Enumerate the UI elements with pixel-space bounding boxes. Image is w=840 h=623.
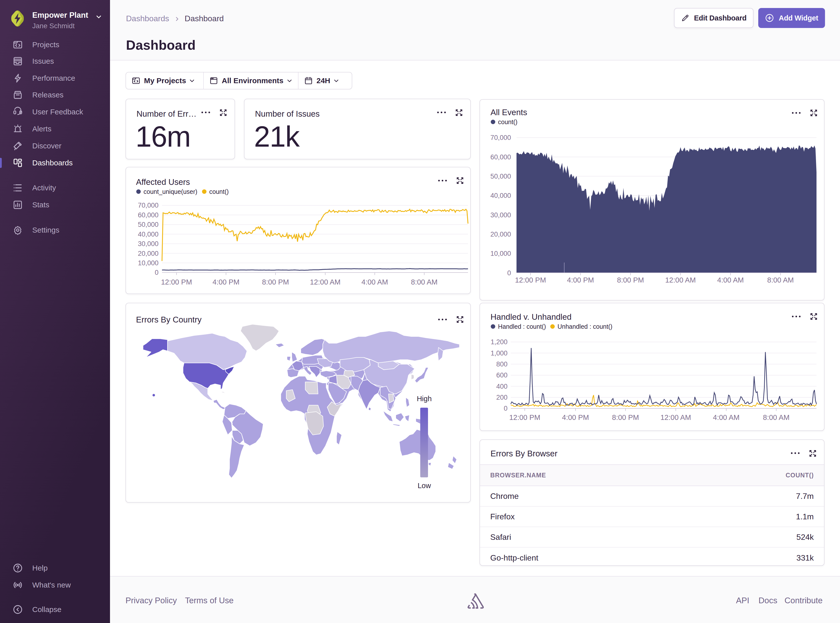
svg-text:400: 400 — [496, 383, 508, 390]
svg-text:12:00 AM: 12:00 AM — [310, 278, 341, 286]
svg-text:count(): count() — [209, 188, 229, 195]
svg-text:20,000: 20,000 — [138, 250, 158, 257]
svg-text:12:00 PM: 12:00 PM — [509, 413, 540, 421]
svg-text:20,000: 20,000 — [490, 230, 511, 238]
svg-text:0: 0 — [155, 269, 158, 276]
svg-text:12:00 PM: 12:00 PM — [515, 276, 546, 284]
svg-text:8:00 AM: 8:00 AM — [767, 276, 794, 284]
svg-text:Handled : count(): Handled : count() — [498, 323, 546, 330]
svg-text:60,000: 60,000 — [490, 153, 511, 161]
svg-text:8:00 PM: 8:00 PM — [262, 278, 289, 286]
svg-text:70,000: 70,000 — [138, 202, 158, 209]
svg-text:40,000: 40,000 — [490, 192, 511, 199]
svg-text:Affected Users: Affected Users — [136, 177, 190, 187]
svg-text:40,000: 40,000 — [138, 230, 158, 238]
svg-text:12:00 PM: 12:00 PM — [161, 278, 192, 286]
svg-text:4:00 PM: 4:00 PM — [567, 276, 594, 284]
svg-text:4:00 AM: 4:00 AM — [713, 413, 740, 421]
svg-text:High: High — [417, 395, 432, 403]
svg-text:Handled v. Unhandled: Handled v. Unhandled — [491, 312, 571, 321]
svg-text:4:00 AM: 4:00 AM — [362, 278, 388, 286]
svg-text:12:00 AM: 12:00 AM — [665, 276, 696, 284]
svg-text:Low: Low — [417, 482, 431, 490]
svg-text:8:00 AM: 8:00 AM — [411, 278, 437, 286]
svg-text:4:00 AM: 4:00 AM — [717, 276, 744, 284]
svg-text:1,000: 1,000 — [491, 350, 508, 357]
svg-text:All Events: All Events — [491, 107, 527, 117]
svg-text:1,200: 1,200 — [491, 338, 508, 346]
svg-text:8:00 PM: 8:00 PM — [612, 413, 639, 421]
svg-text:count(): count() — [498, 118, 517, 126]
svg-text:0: 0 — [507, 269, 511, 277]
svg-text:200: 200 — [496, 394, 508, 401]
svg-text:30,000: 30,000 — [490, 211, 511, 219]
svg-text:4:00 PM: 4:00 PM — [562, 413, 589, 421]
svg-text:12:00 AM: 12:00 AM — [660, 413, 691, 421]
svg-text:0: 0 — [504, 405, 508, 412]
svg-text:Unhandled : count(): Unhandled : count() — [557, 323, 612, 330]
svg-text:50,000: 50,000 — [138, 221, 158, 228]
svg-text:800: 800 — [496, 361, 508, 368]
svg-text:600: 600 — [496, 371, 508, 379]
svg-text:70,000: 70,000 — [490, 134, 511, 141]
svg-text:Errors By Country: Errors By Country — [136, 315, 202, 324]
svg-text:10,000: 10,000 — [490, 250, 511, 257]
svg-text:60,000: 60,000 — [138, 211, 158, 219]
svg-text:4:00 PM: 4:00 PM — [212, 278, 240, 286]
svg-text:8:00 AM: 8:00 AM — [763, 413, 789, 421]
svg-text:8:00 PM: 8:00 PM — [617, 276, 644, 284]
svg-text:10,000: 10,000 — [138, 259, 158, 267]
svg-text:30,000: 30,000 — [138, 240, 158, 247]
svg-text:count_unique(user): count_unique(user) — [143, 188, 197, 195]
svg-text:50,000: 50,000 — [490, 173, 511, 180]
